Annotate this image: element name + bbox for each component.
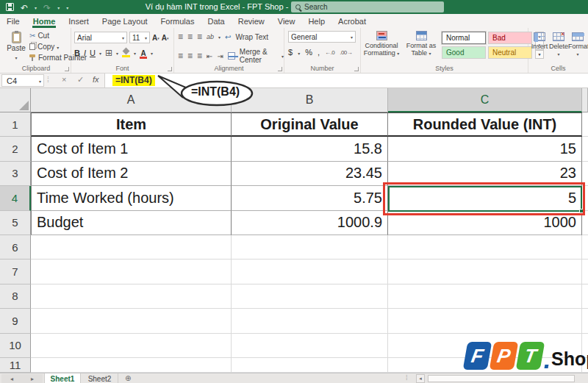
cell-D9[interactable] (582, 309, 588, 333)
chevron-down-icon[interactable] (99, 49, 101, 57)
formula-input[interactable]: =INT(B4) (104, 74, 588, 87)
row-header-10[interactable]: 10 (0, 334, 31, 358)
accounting-format-button[interactable]: $ (288, 48, 293, 57)
cell-A10[interactable] (31, 334, 232, 358)
cell-A1[interactable]: Item (31, 112, 232, 137)
cell-B6[interactable] (232, 235, 388, 259)
cell-A2[interactable]: Cost of Item 1 (31, 137, 232, 161)
align-center-icon[interactable] (187, 51, 193, 61)
save-icon[interactable] (6, 3, 14, 11)
italic-button[interactable]: I (84, 49, 86, 57)
cell-A6[interactable] (31, 235, 232, 259)
row-header-4[interactable]: 4 (0, 186, 31, 210)
tab-acrobat[interactable]: Acrobat (331, 14, 373, 28)
sheet-tab-sheet1[interactable]: Sheet1 (44, 373, 81, 383)
select-all-corner[interactable] (0, 88, 31, 112)
customize-toolbar-icon[interactable] (66, 1, 68, 14)
tab-page-layout[interactable]: Page Layout (96, 14, 154, 28)
cell-A3[interactable]: Cost of Item 2 (31, 162, 232, 186)
format-cells-button[interactable]: Format (568, 32, 587, 57)
cell-A9[interactable] (31, 309, 232, 333)
cell-A8[interactable] (31, 284, 232, 309)
font-size-select[interactable]: 11 (129, 32, 150, 43)
cell-B10[interactable] (232, 334, 388, 358)
fill-color-icon[interactable] (122, 49, 130, 57)
chevron-down-icon[interactable] (134, 49, 136, 57)
row-header-1[interactable]: 1 (0, 112, 31, 137)
cancel-icon[interactable]: × (62, 75, 66, 84)
merge-center-button[interactable]: Merge & Center (240, 48, 277, 64)
tab-help[interactable]: Help (301, 14, 331, 28)
sheet-next-icon[interactable]: ▸ (31, 376, 34, 382)
chevron-down-icon[interactable] (116, 49, 118, 57)
cell-C7[interactable] (388, 259, 582, 284)
shrink-font-button[interactable]: A (162, 34, 169, 42)
column-header-a[interactable]: A (31, 88, 232, 112)
sheet-prev-icon[interactable]: ◂ (10, 376, 13, 382)
cell-D1[interactable] (582, 112, 588, 137)
grow-font-button[interactable]: A (152, 34, 159, 42)
cell-B5[interactable]: 1000.9 (232, 211, 388, 235)
new-sheet-icon[interactable] (125, 374, 131, 382)
decrease-decimal-icon[interactable]: .00→ (340, 49, 352, 56)
cell-C2[interactable]: 15 (388, 137, 582, 161)
align-bottom-icon[interactable] (197, 32, 202, 42)
chevron-down-icon[interactable] (282, 52, 284, 60)
font-name-select[interactable]: Arial (74, 32, 127, 43)
tab-review[interactable]: Review (232, 14, 271, 28)
chevron-down-icon[interactable] (298, 48, 300, 57)
tab-formulas[interactable]: Formulas (154, 14, 201, 28)
cell-A11[interactable] (31, 358, 232, 373)
tab-data[interactable]: Data (201, 14, 231, 28)
tab-file[interactable]: File (0, 14, 26, 28)
align-middle-icon[interactable] (187, 32, 193, 42)
row-header-3[interactable]: 3 (0, 162, 31, 186)
insert-cells-button[interactable]: Insert (530, 32, 549, 57)
row-header-7[interactable]: 7 (0, 259, 31, 284)
dialog-launcher-icon[interactable] (65, 67, 69, 71)
cell-D5[interactable] (582, 211, 588, 235)
cell-B9[interactable] (232, 309, 388, 333)
cell-B4[interactable]: 5.75 (232, 186, 388, 210)
chevron-down-icon[interactable] (35, 1, 37, 14)
cell-B11[interactable] (232, 358, 388, 373)
comma-style-button[interactable]: , (318, 48, 320, 57)
underline-button[interactable]: U (90, 49, 96, 57)
row-header-2[interactable]: 2 (0, 137, 31, 161)
tab-insert[interactable]: Insert (62, 14, 96, 28)
row-header-9[interactable]: 9 (0, 309, 31, 333)
row-header-5[interactable]: 5 (0, 211, 31, 235)
percent-style-button[interactable]: % (305, 48, 312, 57)
tab-view[interactable]: View (271, 14, 302, 28)
borders-icon[interactable] (105, 48, 112, 58)
style-normal[interactable]: Normal (442, 32, 486, 44)
cell-C8[interactable] (388, 284, 582, 309)
cell-C9[interactable] (388, 309, 582, 333)
cell-A5[interactable]: Budget (31, 211, 232, 235)
cell-C1[interactable]: Rounded Value (INT) (388, 112, 582, 137)
align-top-icon[interactable] (178, 32, 183, 42)
row-header-11[interactable]: 11 (0, 358, 31, 373)
increase-indent-icon[interactable] (217, 52, 223, 60)
style-neutral[interactable]: Neutral (488, 46, 532, 59)
conditional-formatting-button[interactable]: Conditional Formatting (362, 31, 401, 57)
increase-decimal-icon[interactable]: ←.0 (325, 49, 334, 56)
number-format-select[interactable]: General (288, 31, 356, 43)
dialog-launcher-icon[interactable] (168, 67, 172, 71)
cell-B8[interactable] (232, 284, 388, 309)
chevron-down-icon[interactable] (151, 49, 153, 57)
style-bad[interactable]: Bad (488, 32, 532, 44)
cell-B1[interactable]: Original Value (232, 112, 388, 137)
horizontal-scrollbar[interactable] (426, 374, 587, 383)
cell-D7[interactable] (582, 259, 588, 284)
cell-D6[interactable] (582, 235, 588, 259)
cell-B7[interactable] (232, 259, 388, 284)
font-color-icon[interactable]: A (140, 49, 147, 57)
format-as-table-button[interactable]: Format as Table (402, 31, 440, 57)
align-right-icon[interactable] (197, 51, 202, 61)
cell-C5[interactable]: 1000 (388, 211, 582, 235)
search-input[interactable]: Search (291, 1, 444, 12)
align-left-icon[interactable] (178, 51, 183, 61)
cell-B2[interactable]: 15.8 (232, 137, 388, 161)
style-good[interactable]: Good (442, 46, 486, 59)
